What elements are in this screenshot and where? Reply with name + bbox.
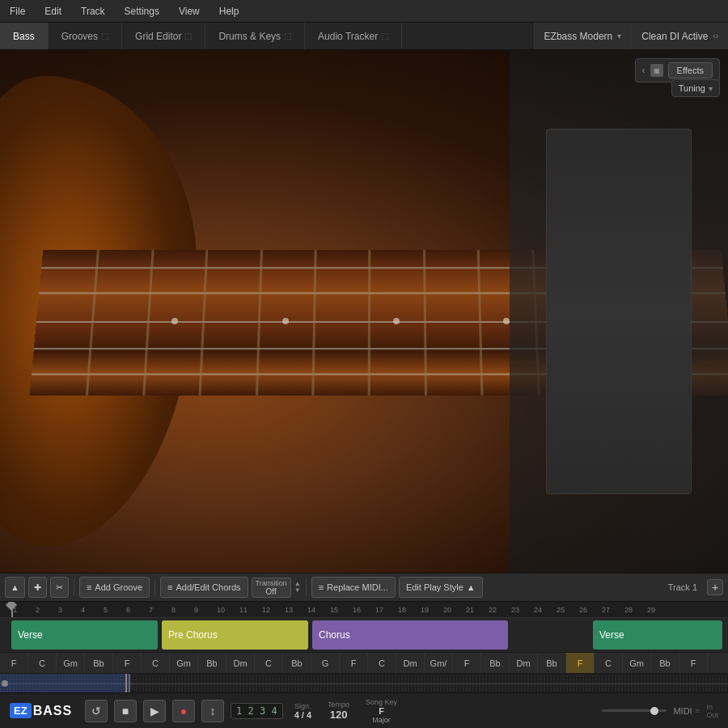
- tab-bass[interactable]: Bass: [0, 23, 49, 49]
- midi-in-out: In Out: [706, 703, 718, 719]
- chord-cell[interactable]: G: [311, 653, 340, 673]
- chord-cell[interactable]: F: [453, 653, 481, 673]
- chord-cell[interactable]: Bb: [85, 653, 113, 673]
- waveform-svg: [0, 674, 728, 692]
- add-tool-btn[interactable]: ✚: [28, 577, 47, 598]
- tab-drums-keys[interactable]: Drums & Keys ⬚: [205, 23, 305, 49]
- chords-icon: ≡: [167, 582, 172, 592]
- effects-collapse-icon[interactable]: ‹: [642, 65, 645, 76]
- chord-cell[interactable]: Gm: [170, 653, 198, 673]
- chord-cell[interactable]: F: [113, 653, 142, 673]
- menu-edit[interactable]: Edit: [41, 4, 65, 19]
- record-btn[interactable]: ●: [172, 700, 195, 722]
- tab-grooves[interactable]: Grooves ⬚: [49, 23, 122, 49]
- chord-row: FCGmBbFCGmBbDmCBbGFCDmGm/FBbDmBbFCGmBbF: [0, 652, 728, 673]
- select-tool-btn[interactable]: ▲: [5, 577, 25, 598]
- transition-selector[interactable]: Transition Off: [252, 578, 291, 598]
- tab-bar: Bass Grooves ⬚ Grid Editor ⬚ Drums & Key…: [0, 23, 728, 50]
- chord-cell[interactable]: Gm: [57, 653, 85, 673]
- time-signature-group: Sign. 4 / 4: [290, 702, 316, 720]
- chord-cell[interactable]: C: [595, 653, 623, 673]
- stop-btn[interactable]: ■: [114, 700, 137, 722]
- playhead: [11, 602, 13, 617]
- tab-audio-tracker[interactable]: Audio Tracker ⬚: [305, 23, 402, 49]
- chord-cell[interactable]: Bb: [198, 653, 226, 673]
- transition-down-arrow[interactable]: ▼: [294, 587, 301, 594]
- menu-track[interactable]: Track: [78, 4, 108, 19]
- tempo-label: Tempo: [328, 700, 349, 709]
- timeline-ruler[interactable]: 1 2 3 4 5 6 7 8 9 10 11 12 13 14 15 16 1…: [0, 602, 728, 618]
- metronome-btn[interactable]: ↕: [201, 700, 224, 722]
- transport-bar: EZ BASS ↺ ■ ▶ ● ↕ 1 2 3 4 Sign. 4 / 4 Te…: [0, 692, 728, 728]
- ruler-numbers: 1 2 3 4 5 6 7 8 9 10 11 12 13 14 15 16 1…: [2, 606, 726, 614]
- chord-cell[interactable]: Dm: [226, 653, 255, 673]
- chord-cell[interactable]: C: [368, 653, 396, 673]
- edit-play-style-btn[interactable]: Edit Play Style ▲: [399, 577, 483, 598]
- effects-button[interactable]: Effects: [668, 62, 713, 78]
- ez-badge: EZ: [10, 703, 32, 718]
- app-window: File Edit Track Settings View Help Bass …: [0, 0, 728, 728]
- chord-cell[interactable]: Bb: [651, 653, 679, 673]
- tuning-dropdown-arrow: ▾: [709, 84, 713, 93]
- cut-tool-btn[interactable]: ✂: [50, 577, 69, 598]
- chord-cell[interactable]: C: [142, 653, 170, 673]
- chord-cell[interactable]: F: [340, 653, 368, 673]
- volume-slider-track[interactable]: [602, 709, 667, 712]
- chord-cell[interactable]: Bb: [481, 653, 510, 673]
- menu-help[interactable]: Help: [216, 4, 243, 19]
- loop-btn[interactable]: ↺: [85, 700, 108, 722]
- segment-verse-2[interactable]: Verse: [593, 620, 722, 650]
- tab-drums-icon: ⬚: [284, 32, 291, 40]
- chord-cell[interactable]: C: [255, 653, 283, 673]
- timeline-container: 1 2 3 4 5 6 7 8 9 10 11 12 13 14 15 16 1…: [0, 602, 728, 692]
- instrument-view: ‹ ▦ Effects Tuning ▾: [0, 50, 728, 573]
- ez-logo: EZ BASS: [10, 703, 72, 718]
- tuning-panel[interactable]: Tuning ▾: [671, 79, 720, 97]
- toolbar: ▲ ✚ ✂ ≡ Add Groove ≡ Add/Edit Chords Tra…: [0, 573, 728, 602]
- key-value: F: [379, 706, 384, 716]
- volume-slider-thumb[interactable]: [650, 707, 658, 715]
- menu-file[interactable]: File: [6, 4, 28, 19]
- key-mode: Major: [372, 716, 391, 724]
- menu-bar: File Edit Track Settings View Help: [0, 0, 728, 23]
- add-groove-btn[interactable]: ≡ Add Groove: [79, 577, 150, 598]
- svg-rect-1: [0, 674, 728, 692]
- add-edit-chords-btn[interactable]: ≡ Add/Edit Chords: [160, 577, 248, 598]
- sound-selector[interactable]: Clean DI Active ‹›: [631, 23, 728, 49]
- edit-play-style-icon: ▲: [467, 582, 476, 592]
- chord-cell[interactable]: Bb: [283, 653, 311, 673]
- mini-waveform[interactable]: [0, 673, 728, 692]
- tab-grooves-icon: ⬚: [101, 32, 108, 40]
- beat-counter: 1 2 3 4: [231, 703, 283, 719]
- segment-chorus[interactable]: Chorus: [312, 620, 508, 650]
- chord-cell[interactable]: F: [0, 653, 28, 673]
- menu-view[interactable]: View: [176, 4, 203, 19]
- chord-cell[interactable]: F: [679, 653, 708, 673]
- preset-selector[interactable]: EZbass Modern ▾: [534, 23, 632, 49]
- tab-grid-editor[interactable]: Grid Editor ⬚: [122, 23, 205, 49]
- song-key-group: Song Key F Major: [361, 698, 402, 724]
- replace-midi-btn[interactable]: ≡ Replace MIDI...: [311, 577, 396, 598]
- volume-control[interactable]: [602, 709, 667, 712]
- add-track-btn[interactable]: +: [707, 579, 723, 595]
- chord-cell[interactable]: F: [566, 653, 595, 673]
- menu-settings[interactable]: Settings: [121, 4, 163, 19]
- separator-3: [306, 579, 307, 595]
- chord-cell[interactable]: C: [28, 653, 57, 673]
- bass-title: BASS: [33, 704, 72, 718]
- chord-cell[interactable]: Dm: [510, 653, 538, 673]
- bass-illustration: [0, 50, 728, 573]
- bg-amplifier: [546, 129, 692, 494]
- segment-verse-1[interactable]: Verse: [11, 620, 158, 650]
- midi-indicator: MIDI ≡: [673, 706, 700, 716]
- chord-cell[interactable]: Bb: [538, 653, 566, 673]
- separator-1: [74, 579, 74, 595]
- chord-cell[interactable]: Gm: [623, 653, 651, 673]
- track-label: Track 1: [662, 582, 704, 592]
- key-label: Song Key: [366, 698, 397, 706]
- chord-cell[interactable]: Dm: [396, 653, 425, 673]
- segment-prechorus[interactable]: Pre Chorus: [162, 620, 308, 650]
- chord-cell[interactable]: Gm/: [425, 653, 453, 673]
- sound-arrow: ‹›: [713, 32, 718, 40]
- play-btn[interactable]: ▶: [143, 700, 166, 722]
